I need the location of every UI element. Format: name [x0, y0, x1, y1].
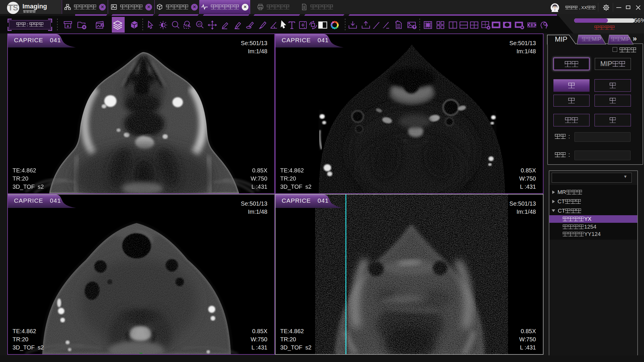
svg-text:x2: x2	[197, 22, 201, 26]
svg-text:MIP: MIP	[555, 35, 567, 43]
